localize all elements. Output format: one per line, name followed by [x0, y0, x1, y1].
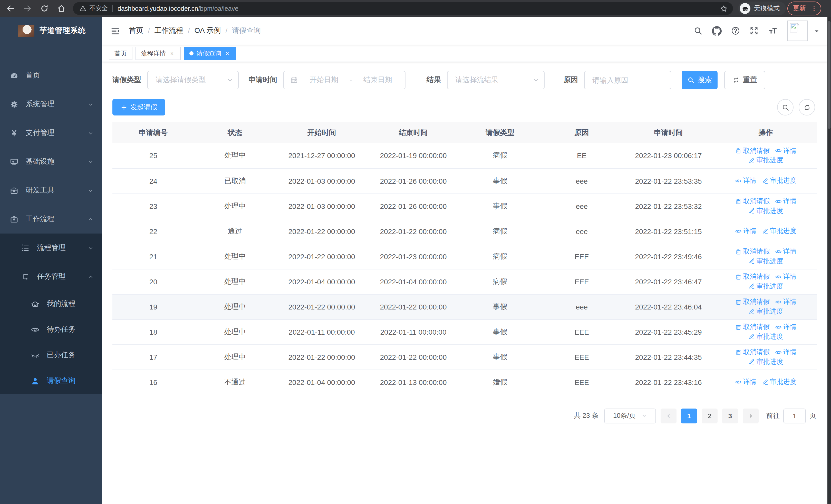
progress-link[interactable]: 审批进度: [748, 256, 783, 266]
sidebar-item-待办任务[interactable]: 待办任务: [0, 317, 102, 342]
search-button[interactable]: 搜索: [682, 71, 718, 89]
progress-link[interactable]: 审批进度: [748, 281, 783, 291]
page-button-3[interactable]: 3: [722, 408, 738, 423]
detail-link[interactable]: 详情: [775, 322, 797, 331]
browser-menu-kebab-icon[interactable]: [810, 5, 818, 12]
detail-link[interactable]: 详情: [735, 227, 756, 236]
browser-update-button[interactable]: 更新: [787, 2, 821, 16]
detail-link[interactable]: 详情: [775, 348, 797, 357]
sidebar-collapse-icon[interactable]: [110, 26, 120, 36]
page-button-2[interactable]: 2: [701, 408, 718, 423]
reset-button[interactable]: 重置: [724, 71, 765, 89]
breadcrumb-item[interactable]: 首页: [129, 26, 143, 35]
breadcrumb-item[interactable]: 工作流程: [154, 26, 183, 35]
tab-首页[interactable]: 首页: [109, 47, 133, 60]
progress-link[interactable]: 审批进度: [748, 307, 783, 316]
sidebar: 芋道管理系统 首页系统管理支付管理基础设施研发工具工作流程流程管理任务管理我的流…: [0, 17, 102, 504]
detail-label: 详情: [743, 378, 756, 387]
progress-link[interactable]: 审批进度: [748, 156, 783, 165]
cancel-link[interactable]: 取消请假: [735, 146, 770, 155]
cancel-link[interactable]: 取消请假: [735, 197, 770, 206]
progress-link[interactable]: 审批进度: [762, 378, 797, 387]
tab-请假查询[interactable]: 请假查询×: [184, 47, 236, 60]
column-header: 状态: [194, 122, 276, 143]
tab-close-icon[interactable]: ×: [169, 50, 175, 56]
detail-link[interactable]: 详情: [775, 197, 797, 206]
sidebar-item-已办任务[interactable]: 已办任务: [0, 342, 102, 368]
cell-type: 病假: [459, 143, 541, 168]
column-header: 请假类型: [459, 122, 541, 143]
cancel-link[interactable]: 取消请假: [735, 322, 770, 331]
breadcrumb-item[interactable]: OA 示例: [195, 26, 221, 35]
result-select[interactable]: 请选择流结果: [447, 71, 545, 89]
progress-link[interactable]: 审批进度: [748, 332, 783, 341]
browser-forward-icon[interactable]: [21, 2, 34, 15]
eye-icon: [775, 273, 782, 280]
url-bar[interactable]: 不安全 dashboard.yudao.iocoder.cn/bpm/oa/le…: [73, 2, 733, 15]
bookmark-star-icon[interactable]: [720, 4, 728, 13]
fullscreen-icon[interactable]: [749, 26, 758, 35]
sidebar-item-任务管理[interactable]: 任务管理: [0, 262, 102, 291]
toggle-search-button[interactable]: [777, 99, 794, 116]
tab-close-icon[interactable]: ×: [224, 50, 230, 56]
detail-link[interactable]: 详情: [735, 176, 756, 185]
cancel-link[interactable]: 取消请假: [735, 348, 770, 357]
sidebar-item-流程管理[interactable]: 流程管理: [0, 234, 102, 262]
avatar[interactable]: [787, 21, 808, 41]
next-page-button[interactable]: [743, 408, 758, 423]
sidebar-item-我的流程[interactable]: 我的流程: [0, 291, 102, 317]
browser-scrollbar[interactable]: [827, 17, 831, 504]
font-size-icon[interactable]: [768, 26, 778, 35]
progress-link[interactable]: 审批进度: [762, 176, 797, 185]
logo-image: [18, 24, 34, 37]
cancel-link[interactable]: 取消请假: [735, 272, 770, 281]
create-leave-button[interactable]: 发起请假: [112, 99, 165, 116]
cell-actions: 详情审批进度: [714, 219, 817, 244]
page-size-select[interactable]: 10条/页: [604, 408, 656, 423]
header-search-icon[interactable]: [693, 26, 703, 35]
cell-start: 2022-01-11 00:00:00: [276, 319, 368, 345]
browser-back-icon[interactable]: [4, 2, 17, 15]
detail-link[interactable]: 详情: [775, 146, 797, 155]
progress-link[interactable]: 审批进度: [748, 357, 783, 366]
breadcrumb-item: 请假查询: [232, 26, 261, 35]
app-logo[interactable]: 芋道管理系统: [0, 17, 102, 44]
github-icon[interactable]: [712, 26, 722, 36]
page-button-1[interactable]: 1: [681, 408, 697, 423]
scrollbar-thumb[interactable]: [828, 21, 830, 129]
filter-form: 请假类型 请选择请假类型 申请时间 开始日期 - 结束日期 结果 请选择流结果: [112, 71, 817, 89]
security-warning[interactable]: 不安全: [79, 4, 108, 13]
sidebar-item-请假查询[interactable]: 请假查询: [0, 368, 102, 394]
detail-link[interactable]: 详情: [775, 272, 797, 281]
apply-time-range-input[interactable]: 开始日期 - 结束日期: [283, 71, 405, 89]
trash-icon: [735, 198, 742, 205]
detail-link[interactable]: 详情: [775, 297, 797, 306]
cell-status: 处理中: [194, 244, 276, 269]
progress-link[interactable]: 审批进度: [762, 227, 797, 236]
cancel-label: 取消请假: [743, 348, 770, 357]
goto-page-input[interactable]: [783, 408, 806, 423]
cancel-link[interactable]: 取消请假: [735, 297, 770, 306]
sidebar-item-系统管理[interactable]: 系统管理: [0, 90, 102, 119]
yen-icon: [10, 128, 19, 137]
progress-link[interactable]: 审批进度: [748, 206, 783, 215]
tab-流程详情[interactable]: 流程详情×: [136, 47, 181, 60]
browser-reload-icon[interactable]: [37, 2, 51, 15]
sidebar-item-基础设施[interactable]: 基础设施: [0, 147, 102, 176]
table-tools: [777, 99, 815, 116]
cancel-link[interactable]: 取消请假: [735, 247, 770, 256]
detail-link[interactable]: 详情: [735, 378, 756, 387]
sidebar-item-工作流程[interactable]: 工作流程: [0, 205, 102, 234]
leave-type-select[interactable]: 请选择请假类型: [147, 71, 239, 89]
user-menu-caret-icon[interactable]: [813, 26, 820, 35]
sidebar-item-首页[interactable]: 首页: [0, 61, 102, 90]
sidebar-item-支付管理[interactable]: 支付管理: [0, 119, 102, 147]
detail-link[interactable]: 详情: [775, 247, 797, 256]
sidebar-item-研发工具[interactable]: 研发工具: [0, 176, 102, 205]
prev-page-button[interactable]: [661, 408, 677, 423]
help-icon[interactable]: [731, 26, 740, 35]
eye-icon: [775, 248, 782, 255]
browser-home-icon[interactable]: [54, 2, 68, 15]
refresh-table-button[interactable]: [799, 99, 815, 116]
reason-input[interactable]: [592, 76, 663, 84]
